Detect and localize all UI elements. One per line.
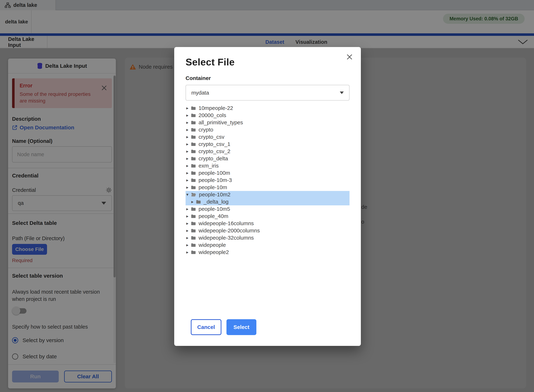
tree-item-label: people-10m2 (199, 191, 230, 198)
folder-icon (191, 120, 196, 125)
tree-item-label: people_40m (199, 213, 228, 219)
folder-icon (191, 135, 196, 139)
folder-icon (191, 236, 196, 240)
tree-item[interactable]: ▸ people-10m5 (186, 205, 350, 213)
tree-item-label: 10mpeople-22 (199, 105, 233, 111)
tree-item-label: crypto (199, 127, 213, 133)
tree-item-label: widepeople2 (199, 249, 229, 255)
folder-icon (191, 171, 196, 175)
tree-item-label: widepeople-32columns (199, 235, 254, 241)
folder-icon (191, 214, 196, 218)
tree-item[interactable]: ▸ 20000_cols (186, 112, 350, 119)
folder-icon (191, 113, 196, 117)
tree-caret-icon[interactable]: ▸ (186, 221, 191, 226)
tree-item[interactable]: ▸ widepeople-2000columns (186, 227, 350, 234)
chevron-down-icon (340, 92, 344, 94)
tree-item[interactable]: ▸ all_primitive_types (186, 119, 350, 126)
container-value: mydata (191, 90, 209, 96)
tree-item-label: 20000_cols (199, 112, 226, 118)
tree-caret-icon[interactable]: ▸ (191, 199, 196, 204)
tree-item[interactable]: ▸ crypto_csv (186, 133, 350, 140)
folder-icon (191, 149, 196, 154)
folder-icon (191, 156, 196, 161)
tree-item-label: people-10m (199, 184, 227, 190)
tree-caret-icon[interactable]: ▸ (186, 185, 191, 190)
tree-item-label: exm_iris (199, 163, 219, 169)
tree-item[interactable]: ▸ people-100m (186, 169, 350, 177)
tree-item-label: people-100m (199, 170, 230, 176)
folder-icon (191, 142, 196, 146)
selected-tree-block: ▾ people-10m2 ▸ _delta_log (186, 191, 350, 205)
folder-icon (191, 221, 196, 226)
tree-caret-icon[interactable]: ▾ (186, 192, 191, 197)
tree-item-label: crypto_delta (199, 155, 228, 162)
tree-item[interactable]: ▸ widepeople2 (186, 249, 350, 256)
tree-item-label: all_primitive_types (199, 119, 243, 126)
tree-item[interactable]: ▸ 10mpeople-22 (186, 104, 350, 112)
tree-item[interactable]: ▸ widepeople-16columns (186, 220, 350, 227)
tree-item-label: crypto_csv (199, 134, 224, 140)
tree-caret-icon[interactable]: ▸ (186, 235, 191, 240)
tree-item-label: widepeople (199, 242, 226, 248)
tree-caret-icon[interactable]: ▸ (186, 127, 191, 132)
tree-item-label: people-10m5 (199, 206, 230, 212)
tree-item[interactable]: ▸ exm_iris (186, 162, 350, 169)
folder-icon (191, 128, 196, 132)
select-file-dialog: Select File Container mydata ▸ 10mpeople… (174, 47, 361, 346)
cancel-button[interactable]: Cancel (191, 319, 221, 335)
tree-item-label: widepeople-2000columns (199, 228, 260, 234)
tree-item[interactable]: ▸ people-10m (186, 184, 350, 191)
tree-caret-icon[interactable]: ▸ (186, 206, 191, 211)
folder-icon (191, 106, 196, 110)
folder-icon (191, 178, 196, 182)
folder-icon (196, 200, 201, 204)
tree-item[interactable]: ▸ crypto_csv_2 (186, 148, 350, 155)
tree-caret-icon[interactable]: ▸ (186, 134, 191, 140)
folder-icon (191, 207, 196, 211)
container-label: Container (186, 75, 350, 81)
app-root: delta lake delta lake Memory Used: 0.08%… (0, 0, 534, 392)
container-select[interactable]: mydata (186, 85, 350, 101)
tree-item[interactable]: ▸ crypto (186, 126, 350, 133)
tree-caret-icon[interactable]: ▸ (186, 149, 191, 154)
tree-caret-icon[interactable]: ▸ (186, 120, 191, 125)
tree-item[interactable]: ▸ crypto_csv_1 (186, 140, 350, 148)
tree-caret-icon[interactable]: ▸ (186, 228, 191, 233)
tree-item-label: _delta_log (204, 199, 229, 205)
folder-icon (191, 243, 196, 247)
folder-icon (191, 163, 196, 168)
tree-item[interactable]: ▸ widepeople-32columns (186, 234, 350, 241)
tree-item[interactable]: ▾ people-10m2 (186, 191, 350, 198)
folder-icon (191, 229, 196, 233)
tree-caret-icon[interactable]: ▸ (186, 178, 191, 183)
tree-caret-icon[interactable]: ▸ (186, 170, 191, 175)
tree-caret-icon[interactable]: ▸ (186, 214, 191, 219)
folder-icon (191, 192, 196, 197)
tree-caret-icon[interactable]: ▸ (186, 106, 191, 111)
tree-caret-icon[interactable]: ▸ (186, 243, 191, 247)
file-tree: ▸ 10mpeople-22 ▸ 20000_cols ▸ all_primit… (186, 104, 350, 256)
tree-item-label: widepeople-16columns (199, 220, 254, 226)
tree-item-label: crypto_csv_1 (199, 141, 230, 147)
tree-item[interactable]: ▸ _delta_log (186, 198, 350, 205)
folder-icon (191, 185, 196, 190)
tree-item-label: people-10m-3 (199, 177, 232, 183)
select-button[interactable]: Select (226, 319, 256, 335)
tree-caret-icon[interactable]: ▸ (186, 156, 191, 161)
tree-item-label: crypto_csv_2 (199, 148, 230, 154)
close-icon[interactable] (347, 54, 353, 60)
tree-item[interactable]: ▸ widepeople (186, 241, 350, 249)
folder-icon (191, 250, 196, 254)
tree-item[interactable]: ▸ crypto_delta (186, 155, 350, 162)
tree-caret-icon[interactable]: ▸ (186, 142, 191, 147)
dialog-title: Select File (186, 56, 350, 68)
dialog-actions: Cancel Select (191, 319, 256, 335)
tree-caret-icon[interactable]: ▸ (186, 113, 191, 118)
tree-caret-icon[interactable]: ▸ (186, 250, 191, 255)
tree-item[interactable]: ▸ people_40m (186, 213, 350, 220)
tree-caret-icon[interactable]: ▸ (186, 163, 191, 168)
tree-item[interactable]: ▸ people-10m-3 (186, 177, 350, 184)
